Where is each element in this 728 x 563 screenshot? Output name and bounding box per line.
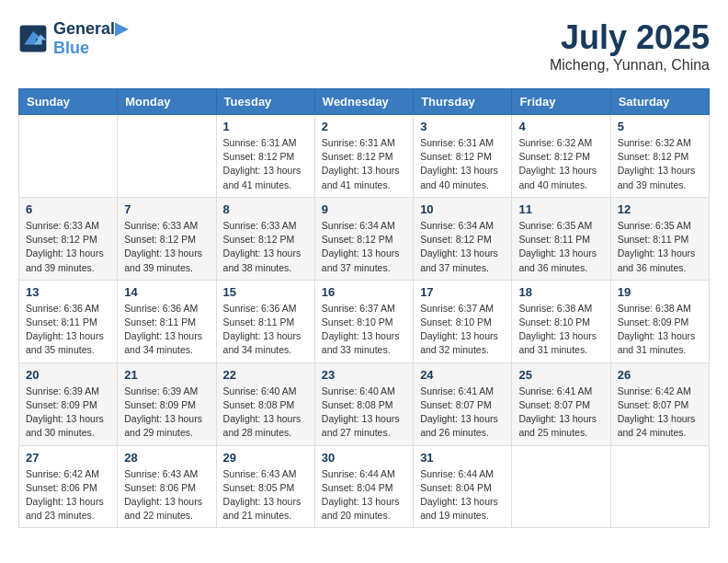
- day-number: 27: [26, 451, 110, 465]
- calendar-cell: 9Sunrise: 6:34 AM Sunset: 8:12 PM Daylig…: [314, 197, 413, 280]
- day-number: 15: [223, 285, 308, 299]
- day-number: 19: [618, 285, 702, 299]
- day-info: Sunrise: 6:41 AM Sunset: 8:07 PM Dayligh…: [420, 385, 505, 441]
- calendar-cell: [118, 115, 216, 198]
- calendar-week-5: 27Sunrise: 6:42 AM Sunset: 8:06 PM Dayli…: [19, 445, 710, 528]
- calendar-week-2: 6Sunrise: 6:33 AM Sunset: 8:12 PM Daylig…: [19, 197, 710, 280]
- title-area: July 2025 Micheng, Yunnan, China: [550, 18, 710, 74]
- day-number: 11: [518, 202, 603, 216]
- calendar-cell: 29Sunrise: 6:43 AM Sunset: 8:05 PM Dayli…: [216, 445, 314, 528]
- day-info: Sunrise: 6:38 AM Sunset: 8:09 PM Dayligh…: [618, 302, 702, 358]
- month-title: July 2025: [550, 18, 710, 57]
- calendar-cell: 18Sunrise: 6:38 AM Sunset: 8:10 PM Dayli…: [512, 280, 610, 362]
- calendar-cell: 31Sunrise: 6:44 AM Sunset: 8:04 PM Dayli…: [414, 445, 512, 528]
- day-info: Sunrise: 6:44 AM Sunset: 8:04 PM Dayligh…: [420, 467, 505, 523]
- day-number: 28: [124, 451, 209, 465]
- weekday-header-sunday: Sunday: [19, 89, 118, 115]
- day-number: 30: [322, 451, 406, 465]
- calendar-cell: 10Sunrise: 6:34 AM Sunset: 8:12 PM Dayli…: [414, 197, 512, 280]
- day-number: 22: [223, 368, 308, 382]
- calendar-cell: 6Sunrise: 6:33 AM Sunset: 8:12 PM Daylig…: [19, 197, 118, 280]
- logo-icon: [18, 24, 48, 53]
- calendar-cell: 14Sunrise: 6:36 AM Sunset: 8:11 PM Dayli…: [118, 280, 216, 362]
- weekday-header-thursday: Thursday: [414, 89, 512, 115]
- day-number: 6: [26, 202, 110, 216]
- day-info: Sunrise: 6:37 AM Sunset: 8:10 PM Dayligh…: [322, 302, 406, 358]
- day-info: Sunrise: 6:44 AM Sunset: 8:04 PM Dayligh…: [322, 467, 406, 523]
- day-number: 31: [420, 451, 505, 465]
- day-info: Sunrise: 6:42 AM Sunset: 8:06 PM Dayligh…: [26, 467, 110, 523]
- day-info: Sunrise: 6:31 AM Sunset: 8:12 PM Dayligh…: [223, 136, 308, 192]
- day-number: 3: [420, 120, 505, 133]
- calendar-cell: 4Sunrise: 6:32 AM Sunset: 8:12 PM Daylig…: [512, 115, 610, 198]
- day-number: 14: [124, 285, 209, 299]
- day-info: Sunrise: 6:33 AM Sunset: 8:12 PM Dayligh…: [26, 219, 110, 275]
- day-number: 20: [26, 368, 110, 382]
- weekday-header-tuesday: Tuesday: [216, 89, 314, 115]
- day-number: 24: [420, 368, 505, 382]
- day-info: Sunrise: 6:35 AM Sunset: 8:11 PM Dayligh…: [518, 219, 603, 275]
- day-number: 13: [26, 285, 110, 299]
- calendar-cell: 17Sunrise: 6:37 AM Sunset: 8:10 PM Dayli…: [414, 280, 512, 362]
- calendar-cell: 22Sunrise: 6:40 AM Sunset: 8:08 PM Dayli…: [216, 362, 314, 445]
- calendar-cell: [19, 115, 118, 198]
- location-title: Micheng, Yunnan, China: [550, 57, 710, 74]
- day-number: 16: [322, 285, 406, 299]
- calendar-cell: [610, 445, 709, 528]
- calendar-cell: 2Sunrise: 6:31 AM Sunset: 8:12 PM Daylig…: [314, 115, 413, 198]
- calendar-cell: 8Sunrise: 6:33 AM Sunset: 8:12 PM Daylig…: [216, 197, 314, 280]
- calendar-cell: 25Sunrise: 6:41 AM Sunset: 8:07 PM Dayli…: [512, 362, 610, 445]
- calendar-cell: 3Sunrise: 6:31 AM Sunset: 8:12 PM Daylig…: [414, 115, 512, 198]
- day-info: Sunrise: 6:33 AM Sunset: 8:12 PM Dayligh…: [223, 219, 308, 275]
- weekday-header-monday: Monday: [118, 89, 216, 115]
- day-info: Sunrise: 6:42 AM Sunset: 8:07 PM Dayligh…: [618, 385, 702, 441]
- calendar-cell: 5Sunrise: 6:32 AM Sunset: 8:12 PM Daylig…: [610, 115, 709, 198]
- calendar-cell: 24Sunrise: 6:41 AM Sunset: 8:07 PM Dayli…: [414, 362, 512, 445]
- day-number: 9: [322, 202, 406, 216]
- day-info: Sunrise: 6:33 AM Sunset: 8:12 PM Dayligh…: [124, 219, 209, 275]
- day-info: Sunrise: 6:43 AM Sunset: 8:05 PM Dayligh…: [223, 467, 308, 523]
- day-info: Sunrise: 6:36 AM Sunset: 8:11 PM Dayligh…: [26, 302, 110, 358]
- calendar-cell: 27Sunrise: 6:42 AM Sunset: 8:06 PM Dayli…: [19, 445, 118, 528]
- calendar-cell: 15Sunrise: 6:36 AM Sunset: 8:11 PM Dayli…: [216, 280, 314, 362]
- calendar-week-4: 20Sunrise: 6:39 AM Sunset: 8:09 PM Dayli…: [19, 362, 710, 445]
- day-info: Sunrise: 6:39 AM Sunset: 8:09 PM Dayligh…: [124, 385, 209, 441]
- day-info: Sunrise: 6:36 AM Sunset: 8:11 PM Dayligh…: [223, 302, 308, 358]
- calendar-cell: 30Sunrise: 6:44 AM Sunset: 8:04 PM Dayli…: [314, 445, 413, 528]
- day-info: Sunrise: 6:43 AM Sunset: 8:06 PM Dayligh…: [124, 467, 209, 523]
- day-info: Sunrise: 6:31 AM Sunset: 8:12 PM Dayligh…: [420, 136, 505, 192]
- calendar-table: SundayMondayTuesdayWednesdayThursdayFrid…: [18, 88, 710, 528]
- day-number: 12: [618, 202, 702, 216]
- day-info: Sunrise: 6:38 AM Sunset: 8:10 PM Dayligh…: [518, 302, 603, 358]
- day-info: Sunrise: 6:32 AM Sunset: 8:12 PM Dayligh…: [518, 136, 603, 192]
- calendar-cell: 7Sunrise: 6:33 AM Sunset: 8:12 PM Daylig…: [118, 197, 216, 280]
- day-info: Sunrise: 6:40 AM Sunset: 8:08 PM Dayligh…: [223, 385, 308, 441]
- logo: General▶ Blue: [18, 18, 128, 58]
- day-info: Sunrise: 6:36 AM Sunset: 8:11 PM Dayligh…: [124, 302, 209, 358]
- day-info: Sunrise: 6:31 AM Sunset: 8:12 PM Dayligh…: [322, 136, 406, 192]
- day-info: Sunrise: 6:37 AM Sunset: 8:10 PM Dayligh…: [420, 302, 505, 358]
- day-number: 17: [420, 285, 505, 299]
- day-info: Sunrise: 6:40 AM Sunset: 8:08 PM Dayligh…: [322, 385, 406, 441]
- calendar-cell: 23Sunrise: 6:40 AM Sunset: 8:08 PM Dayli…: [314, 362, 413, 445]
- weekday-header-wednesday: Wednesday: [314, 89, 413, 115]
- day-number: 8: [223, 202, 308, 216]
- calendar-cell: 1Sunrise: 6:31 AM Sunset: 8:12 PM Daylig…: [216, 115, 314, 198]
- calendar-cell: 26Sunrise: 6:42 AM Sunset: 8:07 PM Dayli…: [610, 362, 709, 445]
- day-info: Sunrise: 6:39 AM Sunset: 8:09 PM Dayligh…: [26, 385, 110, 441]
- calendar-cell: 11Sunrise: 6:35 AM Sunset: 8:11 PM Dayli…: [512, 197, 610, 280]
- day-number: 29: [223, 451, 308, 465]
- day-number: 25: [518, 368, 603, 382]
- logo-text: General▶ Blue: [53, 18, 128, 58]
- day-number: 10: [420, 202, 505, 216]
- calendar-cell: 13Sunrise: 6:36 AM Sunset: 8:11 PM Dayli…: [19, 280, 118, 362]
- calendar-cell: 21Sunrise: 6:39 AM Sunset: 8:09 PM Dayli…: [118, 362, 216, 445]
- day-number: 4: [518, 120, 603, 133]
- day-number: 21: [124, 368, 209, 382]
- day-number: 7: [124, 202, 209, 216]
- day-info: Sunrise: 6:41 AM Sunset: 8:07 PM Dayligh…: [518, 385, 603, 441]
- calendar-cell: 16Sunrise: 6:37 AM Sunset: 8:10 PM Dayli…: [314, 280, 413, 362]
- day-number: 5: [618, 120, 702, 133]
- calendar-cell: 20Sunrise: 6:39 AM Sunset: 8:09 PM Dayli…: [19, 362, 118, 445]
- day-info: Sunrise: 6:35 AM Sunset: 8:11 PM Dayligh…: [618, 219, 702, 275]
